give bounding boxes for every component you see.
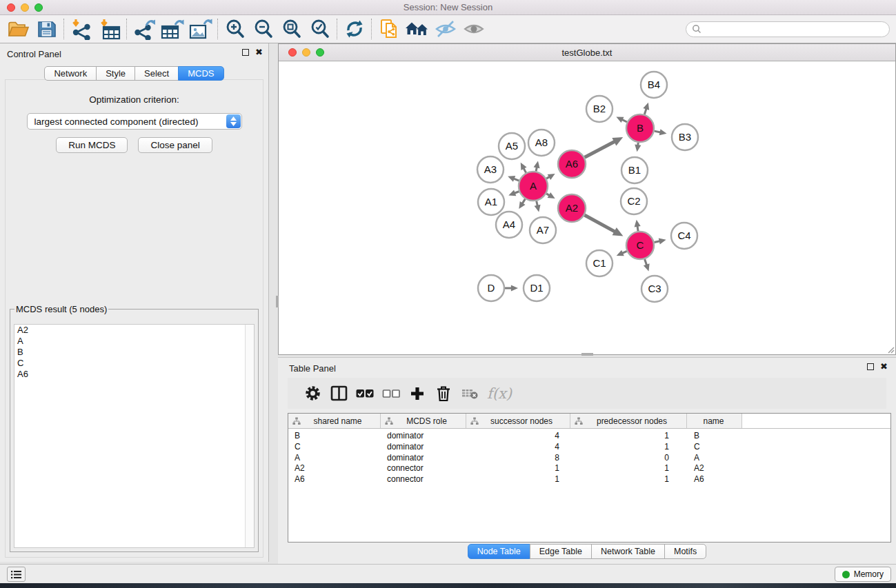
graph-edge[interactable]: [655, 131, 661, 132]
graph-edge[interactable]: [514, 179, 519, 181]
column-header[interactable]: MCDS role: [381, 414, 466, 428]
table-cell: 1: [570, 474, 687, 485]
criterion-dropdown[interactable]: largest connected component (directed): [27, 113, 242, 130]
delete-column-icon[interactable]: [430, 381, 457, 406]
edge-arrowhead-icon: [508, 176, 515, 182]
toolbar-separator: [337, 19, 337, 39]
graph-edge[interactable]: [585, 141, 615, 157]
graph-node-label: C: [637, 239, 644, 251]
export-network-icon[interactable]: [130, 17, 158, 41]
select-all-columns-icon[interactable]: [352, 381, 378, 406]
new-network-from-file-icon[interactable]: [375, 17, 403, 41]
show-columns-icon[interactable]: [326, 381, 352, 406]
home-icon[interactable]: [403, 17, 431, 41]
table-row[interactable]: Adominator80A: [288, 453, 890, 464]
table-row[interactable]: Cdominator41C: [288, 442, 890, 453]
control-panel-tabs: NetworkStyleSelectMCDS: [0, 66, 268, 81]
zoom-fit-icon[interactable]: [277, 17, 306, 41]
graph-edge[interactable]: [637, 226, 638, 231]
table-cell: A2: [687, 463, 742, 474]
column-header[interactable]: predecessor nodes: [570, 414, 687, 428]
zoom-out-icon[interactable]: [249, 17, 277, 41]
network-window: testGlobe.txt AA1A2A3A4A5A6A7A8BB1B2B3B4…: [278, 43, 896, 355]
search-input[interactable]: [704, 23, 889, 35]
mcds-result-item[interactable]: B: [14, 347, 254, 358]
run-mcds-button[interactable]: Run MCDS: [56, 137, 128, 153]
table-cell: A2: [288, 463, 381, 474]
mcds-result-item[interactable]: A2: [14, 325, 254, 336]
edge-arrowhead-icon: [659, 238, 666, 244]
tab-style[interactable]: Style: [96, 66, 135, 81]
close-panel-button[interactable]: Close panel: [138, 137, 212, 153]
toolbar-separator: [371, 19, 372, 39]
graph-node-label: B1: [628, 164, 641, 176]
graph-edge[interactable]: [645, 259, 647, 265]
graph-node-label: A: [530, 180, 537, 192]
graph-node-label: A4: [503, 219, 515, 230]
mcds-result-item[interactable]: A: [14, 336, 254, 347]
table-row[interactable]: A6connector11A6: [288, 474, 890, 485]
float-table-panel-icon[interactable]: [867, 363, 874, 370]
deselect-all-columns-icon[interactable]: [378, 381, 404, 406]
import-network-icon[interactable]: [67, 17, 95, 41]
table-row[interactable]: A2connector11A2: [288, 463, 890, 474]
tab-network-table[interactable]: Network Table: [591, 544, 665, 559]
refresh-layout-icon[interactable]: [340, 17, 368, 41]
graph-edge[interactable]: [622, 119, 627, 122]
zoom-in-icon[interactable]: [221, 17, 249, 41]
float-panel-icon[interactable]: [242, 49, 249, 56]
export-image-icon[interactable]: [186, 17, 215, 41]
zoom-selected-icon[interactable]: [306, 17, 334, 41]
import-table-icon[interactable]: [95, 17, 123, 41]
network-canvas[interactable]: AA1A2A3A4A5A6A7A8BB1B2B3B4CC1C2C3C4DD1: [279, 61, 895, 354]
resize-grip-icon[interactable]: [886, 345, 895, 354]
criterion-value: largest connected component (directed): [34, 116, 199, 127]
mcds-result-item[interactable]: A6: [14, 369, 254, 380]
network-vertical-scrollbar[interactable]: [276, 296, 279, 307]
tab-edge-table[interactable]: Edge Table: [530, 544, 592, 559]
edge-arrowhead-icon: [644, 263, 650, 271]
mcds-result-item[interactable]: C: [14, 358, 254, 369]
memory-button[interactable]: Memory: [835, 567, 891, 582]
table-toolbar: f(x): [288, 378, 886, 409]
graph-edge[interactable]: [655, 241, 660, 243]
close-panel-icon[interactable]: ✖: [255, 49, 263, 56]
open-session-icon[interactable]: [4, 17, 32, 41]
column-header[interactable]: successor nodes: [466, 414, 570, 428]
add-column-icon[interactable]: [404, 381, 430, 406]
mcds-result-title: MCDS result (5 nodes): [14, 304, 108, 314]
tab-mcds[interactable]: MCDS: [178, 66, 223, 81]
tab-motifs[interactable]: Motifs: [664, 544, 706, 559]
close-table-panel-icon[interactable]: ✖: [880, 363, 888, 370]
export-table-icon[interactable]: [158, 17, 186, 41]
tab-network[interactable]: Network: [44, 66, 97, 81]
network-horizontal-scrollbar[interactable]: [581, 353, 593, 356]
graph-node-label: B: [637, 122, 644, 134]
table-row[interactable]: Bdominator41B: [288, 431, 890, 442]
graph-edge[interactable]: [524, 168, 526, 173]
column-header[interactable]: name: [687, 414, 742, 428]
tab-select[interactable]: Select: [135, 66, 179, 81]
graph-edge[interactable]: [584, 215, 615, 232]
tab-node-table[interactable]: Node Table: [468, 544, 530, 559]
table-settings-icon[interactable]: [299, 381, 326, 406]
column-header[interactable]: shared name: [288, 414, 381, 428]
result-scrollbar[interactable]: [245, 325, 254, 547]
graph-edge[interactable]: [644, 108, 646, 114]
mcds-tab-content: Optimization criterion: largest connecte…: [5, 79, 263, 558]
save-session-icon[interactable]: [32, 17, 61, 41]
graph-edge[interactable]: [522, 199, 525, 204]
mcds-result-list[interactable]: A2ABCA6: [14, 324, 255, 548]
graph-edge[interactable]: [622, 251, 627, 253]
network-window-titlebar[interactable]: testGlobe.txt: [279, 44, 895, 61]
task-list-icon: [10, 569, 22, 580]
graph-node-label: D1: [530, 282, 543, 294]
task-history-button[interactable]: [7, 567, 26, 582]
mcds-result-items: A2ABCA6: [14, 325, 254, 380]
graph-edge[interactable]: [515, 192, 519, 194]
table-body: Bdominator41BCdominator41CAdominator80AA…: [288, 429, 890, 485]
hide-selected-icon[interactable]: [431, 17, 459, 41]
graph-edge[interactable]: [537, 201, 538, 205]
memory-label: Memory: [854, 569, 884, 579]
show-all-icon[interactable]: [459, 17, 488, 41]
